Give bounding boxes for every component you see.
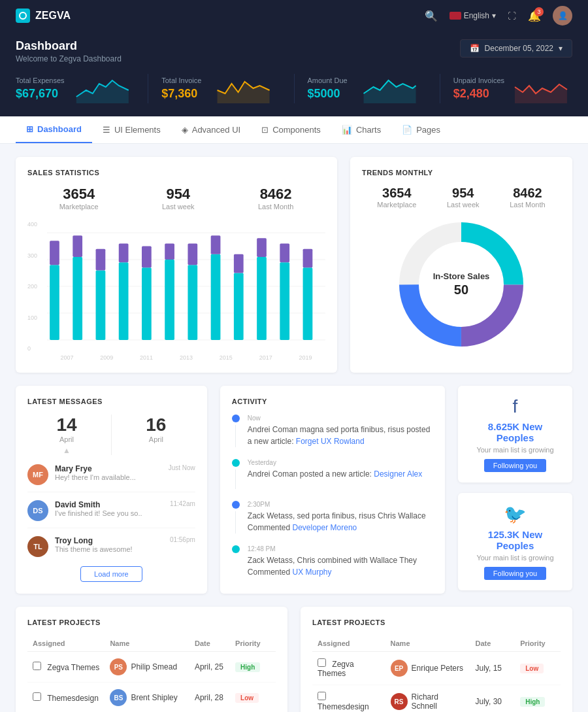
load-more-button[interactable]: Load more	[80, 566, 142, 582]
bar-chart-svg	[47, 221, 325, 352]
stat-amount-due: Amount Due $5000	[295, 74, 440, 103]
msg-name: Troy Long	[55, 536, 163, 545]
stats-bar: Total Expenses $67,670 Total Invoice $7,…	[0, 74, 588, 116]
msg-time: Just Now	[169, 464, 195, 471]
svg-rect-7	[50, 241, 59, 265]
svg-rect-15	[142, 246, 152, 268]
avatar[interactable]: 👤	[553, 6, 572, 25]
trends-stat-lastmonth: 8462 Last Month	[510, 186, 545, 209]
chevron-down-icon: ▾	[559, 44, 563, 53]
trends-stat-marketplace: 3654 Marketplace	[377, 186, 416, 209]
trends-monthly-card: TRENDS MONTHLY 3654 Marketplace 954 Last…	[350, 157, 572, 373]
dashboard-icon: ⊞	[26, 124, 33, 134]
stat-sublabel: Last week	[162, 203, 195, 211]
svg-rect-12	[119, 262, 129, 340]
row-checkbox[interactable]	[33, 692, 41, 701]
activity-item: 12:48 PM Zack Wetass, Chris combined wit…	[232, 545, 433, 578]
stat-number: 8462	[258, 186, 293, 203]
subnav-advanced-ui[interactable]: ◈ Advanced UI	[171, 116, 251, 143]
stat-number: 3654	[59, 186, 99, 203]
svg-rect-24	[257, 257, 267, 340]
svg-rect-26	[280, 262, 289, 340]
svg-rect-19	[188, 243, 197, 265]
date-button[interactable]: 📅 December 05, 2022 ▾	[460, 39, 572, 58]
sales-statistics-card: SALES STATISTICS 3654 Marketplace 954 La…	[16, 157, 337, 373]
subnav-pages[interactable]: 📄 Pages	[391, 116, 451, 143]
svg-rect-18	[188, 265, 197, 340]
svg-rect-9	[73, 235, 82, 257]
stat-lastweek: 954 Last week	[162, 186, 195, 211]
facebook-sub: Your main list is growing	[468, 446, 562, 454]
message-item: DS David Smith I've finished it! See you…	[27, 500, 195, 528]
projects-right-table: Assigned Name Date Priority Zegva Themes	[312, 636, 561, 712]
stat-marketplace: 3654 Marketplace	[59, 186, 99, 211]
subnav-label: UI Elements	[114, 125, 161, 135]
subnav: ⊞ Dashboard ☰ UI Elements ◈ Advanced UI …	[0, 116, 588, 144]
svg-rect-13	[119, 243, 129, 262]
stat-total-expenses: Total Expenses $67,670	[16, 74, 148, 103]
donut-label: In-Store Sales	[433, 271, 490, 282]
facebook-icon: f	[468, 396, 562, 417]
row-checkbox[interactable]	[318, 692, 326, 700]
twitter-sub: Your main list is growing	[468, 554, 562, 562]
subnav-charts[interactable]: 📊 Charts	[331, 116, 391, 143]
logo[interactable]: ZEGVA	[16, 8, 71, 23]
subnav-label: Charts	[356, 125, 381, 135]
page-subtitle: Welcome to Zegva Dashboard	[16, 54, 122, 63]
subnav-dashboard[interactable]: ⊞ Dashboard	[16, 116, 92, 143]
msg-time: 11:42am	[170, 500, 195, 507]
activity-item: Now Andrei Coman magna sed porta finibus…	[232, 415, 433, 447]
donut-value: 50	[433, 282, 490, 297]
stat-value: $7,360	[161, 87, 201, 101]
search-icon[interactable]: 🔍	[425, 10, 438, 22]
charts-icon: 📊	[342, 125, 352, 135]
trends-title: TRENDS MONTHLY	[362, 169, 561, 177]
svg-rect-10	[96, 270, 106, 340]
stat-sublabel: Marketplace	[59, 203, 99, 211]
twitter-follow-button[interactable]: Following you	[484, 567, 546, 580]
facebook-card: f 8.625K New Peoples Your main list is g…	[458, 386, 572, 483]
subnav-ui-elements[interactable]: ☰ UI Elements	[92, 116, 171, 143]
table-row: Zegva Themes EP Enrique Peters July, 15 …	[312, 652, 561, 685]
activity-item: 2:30PM Zack Wetass, sed porta finibus, r…	[232, 501, 433, 534]
stat-label: Total Expenses	[16, 76, 65, 84]
twitter-count: 125.3K New Peoples	[468, 529, 562, 551]
stat-unpaid-invoices: Unpaid Invoices $2,480	[440, 74, 572, 103]
stat-label: Unpaid Invoices	[453, 76, 504, 84]
notification-badge: 3	[534, 7, 544, 16]
stat-sublabel: Last Month	[258, 203, 293, 211]
activity-card: ACTIVITY Now Andrei Coman magna sed port…	[220, 386, 445, 594]
svg-rect-27	[280, 243, 289, 262]
notification-icon[interactable]: 🔔 3	[528, 10, 541, 22]
top-nav: ZEGVA 🔍 English ▾ ⛶ 🔔 3 👤	[0, 0, 588, 31]
date-col-2: 16 April	[117, 415, 195, 455]
page-title: Dashboard	[16, 39, 122, 53]
ui-elements-icon: ☰	[103, 125, 110, 135]
svg-rect-11	[96, 249, 106, 271]
projects-right-title: LATEST PROJECTS	[312, 619, 561, 626]
message-list: MF Mary Frye Hey! there I'm available...…	[27, 464, 195, 557]
facebook-count: 8.625K New Peoples	[468, 421, 562, 443]
row-checkbox[interactable]	[33, 662, 41, 670]
stat-label: Amount Due	[308, 76, 348, 84]
svg-rect-25	[257, 238, 267, 257]
projects-left-card: LATEST PROJECTS Assigned Name Date Prior…	[16, 607, 287, 712]
donut-chart: In-Store Sales 50	[362, 219, 561, 350]
sales-statistics-title: SALES STATISTICS	[27, 169, 325, 177]
fullscreen-icon[interactable]: ⛶	[508, 11, 516, 21]
row-checkbox[interactable]	[318, 658, 326, 667]
date-col-1: 14 April ▲	[27, 415, 106, 455]
subnav-components[interactable]: ⊡ Components	[251, 116, 331, 143]
subnav-label: Dashboard	[37, 124, 82, 134]
svg-rect-16	[165, 260, 174, 340]
msg-time: 01:56pm	[170, 536, 195, 543]
stat-value: $5000	[308, 87, 348, 101]
stat-label: Total Invoice	[161, 76, 201, 84]
svg-rect-23	[234, 254, 244, 273]
trends-stat-lastweek: 954 Last week	[447, 186, 480, 209]
stat-lastmonth: 8462 Last Month	[258, 186, 293, 211]
logo-text: ZEGVA	[35, 10, 71, 22]
social-col: f 8.625K New Peoples Your main list is g…	[458, 386, 572, 594]
facebook-follow-button[interactable]: Following you	[484, 459, 546, 472]
language-selector[interactable]: English ▾	[449, 11, 496, 20]
